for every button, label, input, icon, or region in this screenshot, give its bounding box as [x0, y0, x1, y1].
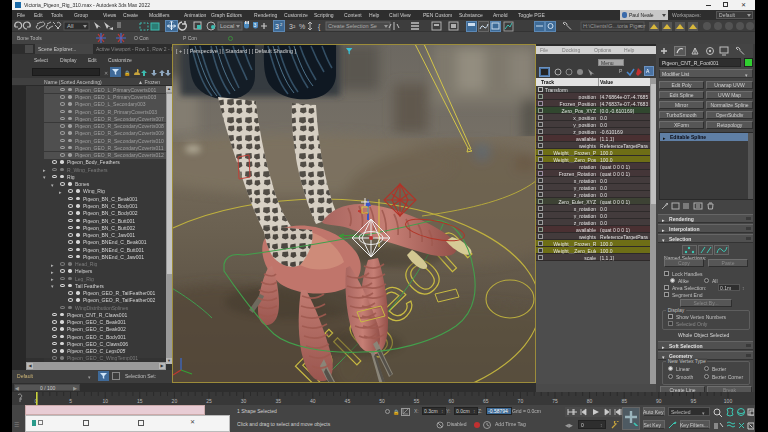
svg-text:75: 75: [552, 398, 558, 404]
svg-text:All: All: [67, 23, 74, 29]
svg-text:3: 3: [254, 22, 257, 28]
svg-text:3²: 3²: [289, 23, 296, 30]
svg-text:35: 35: [275, 398, 281, 404]
svg-text:85: 85: [621, 398, 627, 404]
svg-text:15: 15: [137, 398, 143, 404]
svg-text:100: 100: [724, 398, 733, 404]
svg-text:Create Selection Se: Create Selection Se: [328, 23, 377, 29]
svg-text:10: 10: [102, 398, 108, 404]
svg-text:80: 80: [587, 398, 593, 404]
svg-text:30: 30: [241, 398, 247, 404]
svg-text:95: 95: [691, 398, 697, 404]
svg-text:50: 50: [379, 398, 385, 404]
svg-text:45: 45: [345, 398, 351, 404]
svg-text:{: {: [318, 23, 321, 31]
svg-text:20: 20: [172, 398, 178, 404]
svg-text:Local: Local: [220, 23, 234, 29]
svg-text:25: 25: [206, 398, 212, 404]
svg-text:H:\Clients\G...toria Pigeor: H:\Clients\G...toria Pigeor: [583, 23, 646, 29]
svg-text:65: 65: [483, 398, 489, 404]
svg-text:60: 60: [448, 398, 454, 404]
svg-text:40: 40: [310, 398, 316, 404]
svg-text:70: 70: [518, 398, 524, 404]
svg-text:90: 90: [656, 398, 662, 404]
svg-text:3: 3: [275, 23, 279, 30]
svg-text:5: 5: [69, 398, 72, 404]
svg-text:%: %: [299, 23, 305, 30]
svg-text:55: 55: [414, 398, 420, 404]
svg-text:[ + ] [ Perspective ] [ Standa: [ + ] [ Perspective ] [ Standard ] [ Def…: [176, 48, 297, 54]
